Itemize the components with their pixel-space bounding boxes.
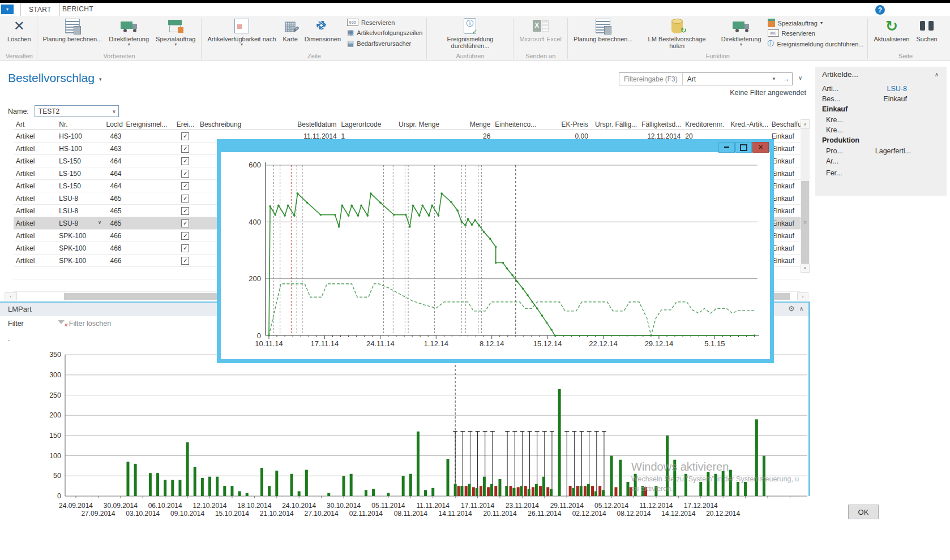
column-header-urspr-f-llig[interactable]: Urspr. Fällig...: [590, 119, 639, 130]
ribbon-button-suchen[interactable]: Suchen: [913, 17, 940, 42]
ribbon-small-button-ereignismeldung-durchf-hren[interactable]: ⓘEreignismeldung durchführen...: [768, 39, 864, 49]
column-header-einheitenco[interactable]: Einheitenco...: [493, 119, 544, 130]
svg-text:03.10.2014: 03.10.2014: [126, 510, 160, 518]
availability-icon: [234, 19, 249, 33]
column-header-beschaffu[interactable]: Beschaffu: [769, 119, 801, 130]
checkbox-checked[interactable]: ✓: [181, 207, 189, 215]
ribbon-button-aktualisieren[interactable]: ↻Aktualisieren: [871, 17, 912, 42]
factbox-title[interactable]: Artikelde...: [822, 70, 858, 79]
svg-text:27.09.2014: 27.09.2014: [81, 510, 115, 518]
checkbox-checked[interactable]: ✓: [181, 182, 189, 190]
column-header-kred-artik[interactable]: Kred.-Artik...: [729, 119, 769, 130]
chevron-down-icon[interactable]: ∨: [98, 219, 102, 225]
ribbon-button-label: Karte: [283, 36, 298, 42]
column-header-kreditorennr[interactable]: Kreditorennr.: [683, 119, 728, 130]
tab-bericht[interactable]: BERICHT: [54, 3, 101, 15]
minimize-icon: [724, 147, 729, 148]
ribbon-button-label: Suchen: [916, 36, 937, 42]
column-header-f-lligkeitsd[interactable]: Fälligkeitsd...: [639, 119, 683, 130]
ribbon-button-label: Ereignismeldung durchführen...: [433, 36, 507, 50]
card-icon: ▦: [284, 19, 297, 33]
ribbon-group-label: Verwalten: [5, 52, 34, 60]
checkbox-checked[interactable]: ✓: [181, 170, 189, 178]
column-header-beschreibung[interactable]: Beschreibung: [198, 119, 288, 130]
checkbox-checked[interactable]: ✓: [181, 132, 189, 140]
ribbon-small-button-reservieren[interactable]: 000Reservieren: [347, 19, 422, 26]
ribbon-button-dimensionen[interactable]: Dimensionen: [302, 17, 344, 42]
ribbon-small-button-spezialauftrag[interactable]: Spezialauftrag▾: [768, 19, 864, 27]
chevron-up-icon[interactable]: ∧: [935, 71, 939, 77]
chevron-down-icon[interactable]: ▾: [99, 76, 102, 82]
checkbox-checked[interactable]: ✓: [181, 244, 189, 252]
svg-text:14.12.2014: 14.12.2014: [661, 510, 695, 518]
column-header-erei[interactable]: Erei...: [173, 119, 198, 130]
column-header-ek-preis[interactable]: EK-Preis: [544, 119, 590, 130]
ribbon-button-microsoft-excel[interactable]: Microsoft Excel: [516, 17, 564, 42]
ribbon-button-direktlieferung[interactable]: Direktlieferung▾: [106, 17, 152, 46]
ribbon-group-label: Zeile: [204, 52, 423, 60]
scroll-down-button[interactable]: ∨: [801, 264, 810, 273]
svg-text:14.11.2014: 14.11.2014: [439, 510, 472, 518]
ribbon-button-direktlieferung[interactable]: Direktlieferung▾: [718, 17, 764, 46]
ribbon-button-label: Aktualisieren: [874, 36, 909, 42]
availability-chart-window[interactable]: ✕ 020040060010.11.1417.11.1424.11.141.12…: [217, 139, 774, 363]
checkbox-checked[interactable]: ✓: [181, 232, 189, 240]
group-separator: [513, 18, 513, 59]
ribbon-button-planung-berechnen[interactable]: Planung berechnen...: [40, 17, 105, 42]
checkbox-checked[interactable]: ✓: [181, 219, 189, 227]
checkbox-checked[interactable]: ✓: [181, 195, 189, 203]
app-menu-button[interactable]: ▾: [1, 5, 14, 14]
ribbon-button-karte[interactable]: ▦Karte: [280, 17, 301, 42]
chevron-down-icon[interactable]: ▼: [772, 76, 780, 81]
maximize-button[interactable]: [735, 142, 752, 153]
column-header-lagerortcode[interactable]: Lagerortcode: [339, 119, 393, 130]
scroll-grip: ≡: [801, 221, 809, 224]
filter-field-select[interactable]: Art: [683, 75, 772, 83]
ribbon-small-button-reservieren[interactable]: 000Reservieren: [768, 29, 864, 37]
filter-input[interactable]: Filtereingabe (F3) Art ▼: [619, 72, 780, 85]
scroll-left-button[interactable]: ‹: [5, 292, 17, 300]
application-window: ▾ START BERICHT ? ✕LöschenVerwaltenPlanu…: [0, 0, 950, 560]
ribbon-group-senden-an: Microsoft ExcelSenden an: [514, 17, 567, 60]
ribbon-button-spezialauftrag[interactable]: Spezialauftrag▾: [153, 17, 198, 46]
table-vscroll-thumb[interactable]: ≡: [801, 181, 809, 266]
column-header-menge[interactable]: Menge: [442, 119, 493, 130]
ribbon-button-ereignismeldung-durchf-hren[interactable]: Ereignismeldung durchführen...: [430, 17, 510, 50]
ribbon-button-artikelverf-gbarkeit-nach[interactable]: Artikelverfügbarkeit nach▾: [204, 17, 279, 46]
minimize-button[interactable]: [718, 142, 735, 153]
ribbon-small-button-bedarfsverursacher[interactable]: ▤Bedarfsverursacher: [347, 39, 422, 48]
demand-icon: ▤: [347, 39, 354, 48]
svg-text:27.10.2014: 27.10.2014: [305, 510, 339, 518]
column-header-ereignismel[interactable]: Ereignismel...: [124, 119, 173, 130]
apply-filter-button[interactable]: →: [780, 72, 793, 85]
column-header-art[interactable]: Art: [14, 119, 57, 130]
ribbon-button-lm-bestellvorsch-ge-holen[interactable]: LM Bestellvorschäge holen: [637, 17, 717, 50]
chevron-down-icon: ▾: [128, 42, 130, 46]
column-header-locid[interactable]: LocId: [104, 119, 123, 130]
svg-text:05.12.2014: 05.12.2014: [594, 502, 628, 510]
checkbox-checked[interactable]: ✓: [181, 157, 189, 165]
factbox-field-value[interactable]: LSU-8: [887, 85, 907, 93]
batch-name-select[interactable]: TEST2 ∨: [35, 105, 119, 117]
factbox-field-label: Pro...: [826, 147, 843, 155]
help-icon[interactable]: ?: [875, 5, 885, 15]
popup-titlebar[interactable]: ✕: [221, 143, 770, 152]
svg-text:24.11.14: 24.11.14: [366, 339, 395, 348]
column-header-bestelldatum[interactable]: Bestelldatum: [288, 119, 339, 130]
svg-text:08.12.2014: 08.12.2014: [617, 510, 651, 518]
checkbox-checked[interactable]: ✓: [181, 257, 189, 265]
ribbon-button-l-schen[interactable]: ✕Löschen: [5, 17, 34, 42]
scroll-right-button[interactable]: ›: [797, 292, 808, 300]
checkbox-checked[interactable]: ✓: [181, 145, 189, 153]
ribbon-button-planung-berechnen[interactable]: Planung berechnen...: [571, 17, 636, 42]
factbox-group-produktion: Produktion: [822, 136, 859, 144]
ok-button[interactable]: OK: [848, 505, 879, 519]
ribbon-small-button-artikelverfolgungszeilen[interactable]: ▦Artikelverfolgungszeilen: [347, 28, 422, 37]
close-button[interactable]: ✕: [752, 142, 769, 153]
column-header-urspr-menge[interactable]: Urspr. Menge: [393, 119, 442, 130]
scroll-up-button[interactable]: ∧: [801, 119, 810, 129]
column-header-nr[interactable]: Nr.: [57, 119, 104, 130]
ribbon-small-label: Reservieren: [782, 30, 815, 37]
collapse-filter-pane-icon[interactable]: ∨: [798, 75, 802, 81]
svg-text:30.09.2014: 30.09.2014: [104, 502, 138, 510]
